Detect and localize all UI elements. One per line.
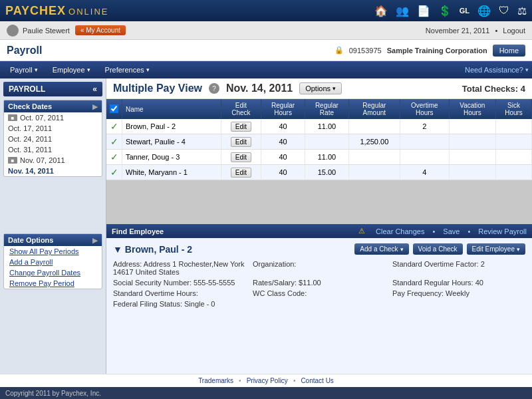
sidebar-collapse-icon[interactable]: « — [92, 84, 97, 94]
employee-actions: Add a Check ▾ Void a Check Edit Employee… — [354, 243, 525, 255]
app-header: PAYCHEXONLINE 🏠 👥 📄 💲 GL 🌐 🛡 ⚖ — [0, 0, 532, 21]
help-icon[interactable]: ? — [209, 83, 219, 94]
trademarks-link[interactable]: Trademarks — [198, 377, 233, 384]
change-payroll-dates[interactable]: Change Payroll Dates — [4, 267, 102, 278]
address-field: Address: Address 1 Rochester,New York 14… — [113, 260, 246, 276]
copyright-text: Copyright 2011 by Paychex, Inc. — [5, 390, 101, 397]
people-icon[interactable]: 👥 — [396, 5, 409, 17]
emp-arrow-icon: ▼ — [113, 244, 122, 255]
edit-button-2[interactable]: Edit — [231, 152, 251, 162]
check-date-item[interactable]: Oct. 31, 2011 — [4, 144, 102, 155]
row-check-1[interactable]: ✓ — [110, 136, 118, 147]
check-dates-arrow: ▶ — [92, 103, 98, 110]
row-reg-rate-0: 11.00 — [305, 119, 348, 134]
check-date-item[interactable]: Nov. 14, 2011 — [4, 166, 102, 176]
row-check-2[interactable]: ✓ — [110, 152, 118, 162]
row-edit-2: Edit — [221, 150, 261, 165]
wc-code-field: WC Class Code: — [253, 289, 386, 297]
row-edit-1: Edit — [221, 134, 261, 150]
add-payroll[interactable]: Add a Payroll — [4, 257, 102, 267]
row-reg-amount-1: 1,250.00 — [348, 134, 400, 150]
employee-detail: ▼ Brown, Paul - 2 Add a Check ▾ Void a C… — [106, 238, 532, 374]
edit-button-0[interactable]: Edit — [231, 122, 251, 132]
row-vac-hours-2 — [449, 150, 495, 165]
warning-icon: ⚠ — [358, 227, 365, 235]
sidebar: PAYROLL « Check Dates ▶ ■ Oct. 07, 2011 … — [0, 78, 106, 374]
options-button[interactable]: Options ▾ — [299, 82, 342, 94]
row-reg-hours-0: 40 — [261, 119, 305, 134]
row-checkbox-cell: ✓ — [106, 150, 122, 165]
remove-pay-period[interactable]: Remove Pay Period — [4, 278, 102, 289]
check-date-item[interactable]: ■ Nov. 07, 2011 — [4, 155, 102, 166]
add-check-button[interactable]: Add a Check ▾ — [354, 243, 408, 255]
void-check-button[interactable]: Void a Check — [413, 243, 463, 255]
dollar-icon[interactable]: 💲 — [438, 5, 452, 17]
row-ot-hours-2 — [400, 150, 449, 165]
show-all-pay-periods[interactable]: Show All Pay Periods — [4, 246, 102, 257]
row-checkbox-cell: ✓ — [106, 134, 122, 150]
row-name-3: White, Maryann - 1 — [122, 165, 221, 180]
doc-icon[interactable]: 📄 — [417, 5, 430, 17]
save-link[interactable]: Save — [443, 227, 460, 235]
ssn-field: Social Security Number: 555-55-5555 — [113, 279, 246, 287]
globe-icon[interactable]: 🌐 — [477, 5, 491, 17]
select-all-header — [106, 99, 122, 119]
my-account-button[interactable]: « My Account — [75, 25, 126, 35]
nav-payroll[interactable]: Payroll ▾ — [3, 64, 45, 76]
row-reg-hours-2: 40 — [261, 150, 305, 165]
reg-rate-header: RegularRate — [305, 99, 348, 119]
rates-field: Rates/Salary: $11.00 — [253, 279, 386, 287]
table-row: ✓ Brown, Paul - 2 Edit 40 11.00 2 — [106, 119, 532, 134]
row-sick-hours-0 — [496, 119, 532, 134]
nav-preferences[interactable]: Preferences ▾ — [98, 64, 156, 76]
gl-icon[interactable]: GL — [460, 7, 469, 15]
logo-online: ONLINE — [68, 7, 108, 17]
row-name-1: Stewart, Paulie - 4 — [122, 134, 221, 150]
check-dates-section: Check Dates ▶ ■ Oct. 07, 2011 Oct. 17, 2… — [3, 100, 102, 177]
row-name-2: Tanner, Doug - 3 — [122, 150, 221, 165]
date-options-header[interactable]: Date Options ▶ — [4, 234, 102, 246]
employee-name-row: ▼ Brown, Paul - 2 Add a Check ▾ Void a C… — [113, 243, 525, 255]
row-checkbox-cell: ✓ — [106, 119, 122, 134]
check-date-item[interactable]: ■ Oct. 07, 2011 — [4, 112, 102, 123]
row-reg-amount-2 — [348, 150, 400, 165]
employee-name-text: ▼ Brown, Paul - 2 — [113, 244, 192, 255]
shield-icon[interactable]: 🛡 — [499, 5, 509, 17]
home-nav-icon[interactable]: 🏠 — [374, 5, 388, 17]
pay-table-body: ✓ Brown, Paul - 2 Edit 40 11.00 2 ✓ Stew… — [106, 119, 532, 180]
table-row: ✓ Stewart, Paulie - 4 Edit 40 1,250.00 — [106, 134, 532, 150]
logout-link[interactable]: Logout — [503, 27, 525, 35]
date-icon-4: ■ — [8, 157, 17, 164]
scale-icon[interactable]: ⚖ — [517, 5, 527, 17]
check-dates-header[interactable]: Check Dates ▶ — [4, 100, 102, 112]
pay-frequency-field: Pay Frequency: Weekly — [392, 289, 525, 297]
nav-left: Payroll ▾ Employee ▾ Preferences ▾ — [3, 64, 156, 76]
review-payroll-link[interactable]: Review Payroll — [478, 227, 527, 235]
check-date-item[interactable]: Oct. 24, 2011 — [4, 134, 102, 144]
row-ot-hours-3: 4 — [400, 165, 449, 180]
edit-button-1[interactable]: Edit — [231, 137, 251, 147]
edit-employee-button[interactable]: Edit Employee ▾ — [467, 243, 525, 255]
privacy-policy-link[interactable]: Privacy Policy — [247, 377, 288, 384]
footer-sep-1: • — [239, 377, 241, 384]
logo: PAYCHEXONLINE — [5, 4, 108, 18]
clear-changes-link[interactable]: Clear Changes — [376, 227, 424, 235]
find-employee-label: Find Employee — [112, 227, 164, 235]
row-reg-rate-1 — [305, 134, 348, 150]
edit-button-3[interactable]: Edit — [231, 168, 251, 178]
row-check-3[interactable]: ✓ — [110, 167, 118, 178]
nav-employee[interactable]: Employee ▾ — [46, 64, 97, 76]
row-check-0[interactable]: ✓ — [110, 121, 118, 132]
row-name-0: Brown, Paul - 2 — [122, 119, 221, 134]
logo-paychex: PAYCHEX — [5, 4, 66, 17]
check-date-item[interactable]: Oct. 17, 2011 — [4, 123, 102, 134]
select-all-checkbox[interactable] — [110, 104, 118, 113]
contact-us-link[interactable]: Contact Us — [301, 377, 333, 384]
nav-assistance[interactable]: Need Assistance? ▾ — [465, 66, 529, 74]
name-column-header: Name — [122, 99, 221, 119]
avatar — [7, 25, 19, 37]
company-id: 09153975 — [349, 47, 382, 55]
bullet-separator: • — [495, 27, 497, 35]
table-header: Name EditCheck RegularHours RegularRate … — [106, 99, 532, 119]
home-button[interactable]: Home — [493, 45, 525, 57]
